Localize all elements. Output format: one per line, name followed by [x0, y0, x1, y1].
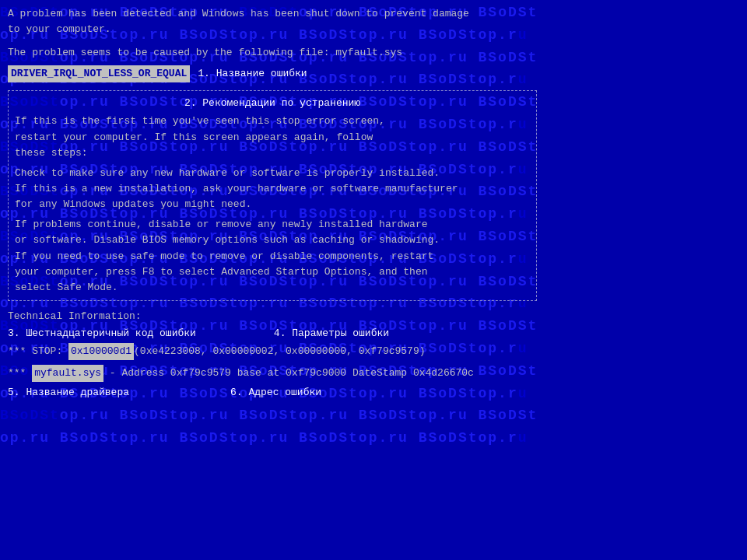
rec-line-2: restart your computer. If this screen ap… — [15, 130, 530, 145]
driver-name-annotation: 5. Название драйвера — [8, 385, 129, 401]
stop-params: (0xe4223008, 0x00000002, 0x00000000, 0xf… — [134, 344, 425, 359]
driver-line: *** myfault.sys - Address 0xf79c9579 bas… — [8, 365, 739, 382]
tech-info-label: Technical Information: — [8, 309, 739, 324]
address-annotation: 6. Адрес ошибки — [230, 385, 321, 401]
rec-line-4: Check to make sure any new hardware or s… — [15, 166, 530, 181]
rec-line-6: for any Windows updates you might need. — [15, 197, 530, 212]
rec-line-10: your computer, press F8 to select Advanc… — [15, 264, 530, 280]
params-annotation: 4. Параметры ошибки — [274, 326, 389, 341]
rec-line-9: If you need to use safe mode to remove o… — [15, 249, 530, 264]
rec-line-8: or software. Disable BIOS memory options… — [15, 233, 530, 248]
annotations-row-2: 5. Название драйвера 6. Адрес ошибки — [8, 385, 739, 401]
intro-line2: to your computer. — [8, 22, 739, 37]
rec-line-7: If problems continue, disable or remove … — [15, 217, 530, 233]
rec-line-3: these steps: — [15, 145, 530, 161]
error-name-row: DRIVER_IRQL_NOT_LESS_OR_EQUAL 1. Названи… — [8, 65, 739, 82]
error-name-annotation: 1. Название ошибки — [198, 66, 307, 82]
intro-line1: A problem has been detected and Windows … — [8, 6, 739, 22]
rec-line-11: select Safe Mode. — [15, 280, 530, 296]
hex-code-annotation: 3. Шестнадцатеричный код ошибки — [8, 326, 196, 341]
driver-suffix: - Address 0xf79c9579 base at 0xf79c9000 … — [103, 366, 474, 381]
stop-code-line: *** STOP: 0x100000d1(0xe4223008, 0x00000… — [8, 343, 739, 360]
bsod-screen: A problem has been detected and Windows … — [0, 0, 747, 560]
stop-prefix: *** STOP: — [8, 344, 68, 359]
problem-file-line: The problem seems to be caused by the fo… — [8, 45, 739, 61]
error-code-highlight: DRIVER_IRQL_NOT_LESS_OR_EQUAL — [8, 65, 190, 82]
driver-prefix: *** — [8, 366, 32, 381]
recommendations-annotation: 2. Рекомендации по устранению — [184, 97, 360, 109]
driver-name-highlight: myfault.sys — [32, 365, 103, 382]
rec-line-5: If this is a new installation, ask your … — [15, 181, 530, 197]
annotations-row-1: 3. Шестнадцатеричный код ошибки 4. Парам… — [8, 326, 739, 341]
stop-code-highlight: 0x100000d1 — [68, 343, 134, 360]
rec-line-1: If this is the first time you've seen th… — [15, 114, 530, 129]
recommendations-box: 2. Рекомендации по устранению If this is… — [8, 90, 537, 301]
